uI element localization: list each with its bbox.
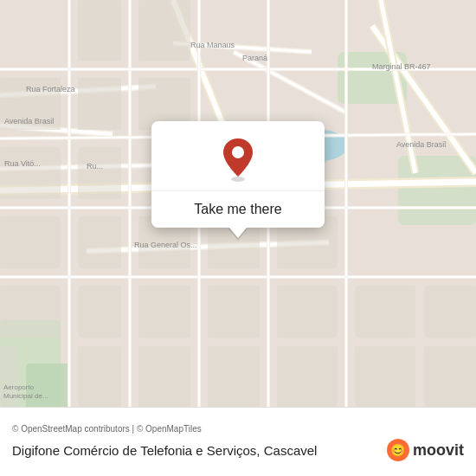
svg-rect-51: [78, 147, 121, 199]
svg-text:Rua Manaus: Rua Manaus: [190, 41, 235, 49]
svg-rect-63: [424, 286, 476, 338]
moovit-face-icon: 😊: [387, 439, 409, 461]
svg-rect-60: [208, 286, 260, 338]
info-bar: © OpenStreetMap contributors | © OpenMap…: [0, 407, 476, 476]
map-popup: Take me there: [151, 121, 325, 228]
svg-rect-45: [78, 0, 121, 61]
svg-rect-3: [398, 156, 476, 225]
svg-text:Rua General Os...: Rua General Os...: [134, 241, 197, 249]
popup-pin-area: [151, 121, 325, 190]
svg-rect-68: [277, 346, 338, 407]
take-me-there-button[interactable]: Take me there: [151, 190, 325, 228]
place-row: Digifone Comércio de Telefonia e Serviço…: [12, 439, 464, 461]
svg-rect-52: [0, 216, 61, 268]
map-container: Rua Fortaleza Avenida Brasil Rua Manaus …: [0, 0, 476, 407]
svg-text:Avenida Brasil: Avenida Brasil: [396, 140, 446, 149]
svg-rect-65: [78, 346, 121, 407]
svg-text:Rua Fortaleza: Rua Fortaleza: [26, 85, 75, 93]
svg-rect-62: [355, 286, 415, 338]
svg-rect-66: [138, 346, 190, 407]
svg-rect-50: [0, 147, 61, 199]
svg-text:Rua Vitó...: Rua Vitó...: [4, 159, 41, 168]
moovit-label: moovit: [413, 441, 464, 460]
svg-text:Avenida Brasil: Avenida Brasil: [4, 117, 54, 125]
svg-rect-59: [138, 286, 190, 338]
svg-rect-48: [78, 78, 121, 130]
svg-rect-46: [138, 0, 190, 61]
place-name: Digifone Comércio de Telefonia e Serviço…: [12, 443, 317, 458]
moovit-logo: 😊 moovit: [387, 439, 464, 461]
svg-text:Municipal de...: Municipal de...: [3, 392, 48, 400]
svg-rect-70: [424, 346, 476, 407]
map-attribution: © OpenStreetMap contributors | © OpenMap…: [12, 424, 464, 434]
svg-text:Aeroporto: Aeroporto: [3, 383, 35, 391]
svg-rect-53: [78, 216, 121, 268]
svg-text:Marginal BR-467: Marginal BR-467: [372, 62, 431, 71]
svg-rect-57: [0, 286, 61, 338]
svg-text:Paraná: Paraná: [242, 54, 267, 62]
svg-rect-58: [78, 286, 121, 338]
svg-rect-69: [355, 346, 415, 407]
svg-text:Ru...: Ru...: [87, 162, 103, 170]
svg-rect-67: [208, 346, 260, 407]
svg-point-83: [232, 146, 244, 158]
svg-rect-61: [277, 286, 338, 338]
location-pin-icon: [221, 137, 255, 182]
svg-point-82: [231, 177, 245, 182]
